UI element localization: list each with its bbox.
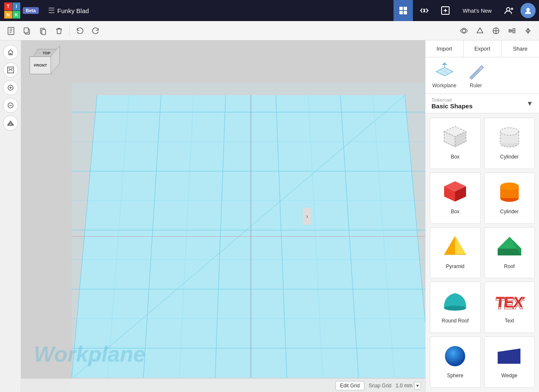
copy-button[interactable]	[19, 23, 35, 38]
workplane-tool-label: Workplane	[432, 83, 456, 89]
svg-marker-20	[528, 29, 530, 33]
svg-point-6	[526, 8, 530, 11]
svg-marker-102	[444, 236, 455, 255]
wireframe-button[interactable]	[472, 23, 488, 38]
mirror-button[interactable]	[520, 23, 536, 38]
shape-item-sphere-blue[interactable]: Sphere	[430, 336, 481, 388]
top-navigation: T I N K Beta ☰ Funky Blad What's New	[0, 0, 539, 21]
svg-rect-9	[24, 28, 28, 33]
shape-item-cylinder-orange[interactable]: Cylinder	[484, 172, 535, 224]
shape-name-text-red: Text	[505, 318, 514, 324]
toolbar	[0, 21, 539, 40]
svg-point-5	[507, 8, 510, 11]
shape-name-cylinder-orange: Cylinder	[500, 209, 519, 215]
shape-icon-roof-green	[493, 231, 526, 261]
shape-icon-roundroof-teal	[438, 285, 472, 316]
project-icon: ☰	[48, 6, 55, 15]
svg-text:TEXT: TEXT	[495, 295, 525, 312]
home-view-button[interactable]	[3, 45, 18, 60]
svg-marker-117	[498, 349, 520, 364]
redo-button[interactable]	[88, 23, 103, 38]
shape-item-roof-green[interactable]: Roof	[484, 227, 535, 279]
zoom-out-button[interactable]	[3, 98, 18, 113]
canvas-area[interactable]: TOP FRONT	[21, 40, 425, 392]
workplane-tool[interactable]: Workplane	[432, 62, 456, 89]
right-panel: Import Export Share	[425, 40, 539, 392]
shape-name-wedge-darkblue: Wedge	[501, 373, 517, 379]
svg-rect-2	[399, 11, 403, 14]
svg-marker-13	[477, 28, 483, 33]
svg-rect-3	[404, 11, 407, 14]
user-avatar-button[interactable]	[520, 3, 536, 18]
shape-item-wedge-darkblue[interactable]: Wedge	[484, 336, 535, 388]
shape-name-roof-green: Roof	[504, 263, 515, 269]
view-cube-front[interactable]: FRONT	[30, 56, 51, 74]
shape-icon-sphere-blue	[438, 340, 472, 371]
svg-rect-0	[399, 7, 403, 10]
right-top-buttons: Import Export Share	[426, 40, 539, 57]
align-objects-button[interactable]	[504, 23, 520, 38]
svg-rect-1	[404, 7, 407, 10]
shape-icon-cylinder-wire	[493, 121, 526, 152]
shape-icon-cylinder-orange	[493, 176, 526, 207]
fit-view-button[interactable]	[3, 62, 18, 78]
nav-code-button[interactable]	[415, 0, 434, 21]
shape-icon-text-red: TEXT TEXT	[493, 285, 526, 316]
user-add-button[interactable]	[499, 0, 519, 21]
shape-icon-wedge-darkblue	[493, 340, 526, 371]
shape-name-box-red: Box	[451, 209, 460, 215]
right-panel-collapse-handle[interactable]: ›	[303, 208, 311, 225]
svg-marker-103	[455, 236, 466, 255]
category-dropdown-arrow[interactable]: ▼	[526, 100, 533, 107]
whats-new-button[interactable]: What's New	[457, 0, 498, 21]
import-button[interactable]: Import	[426, 40, 464, 57]
perspective-button[interactable]	[3, 115, 18, 131]
shape-name-sphere-blue: Sphere	[447, 373, 464, 379]
shape-item-text-red[interactable]: TEXT TEXT Text	[484, 282, 535, 333]
logo-cell-n: N	[4, 11, 12, 19]
edit-grid-button[interactable]: Edit Grid	[335, 381, 364, 390]
category-selector[interactable]: Tinkercad Basic Shapes ▼	[426, 94, 539, 113]
nav-3d-editor-button[interactable]	[393, 0, 413, 21]
ruler-tool-label: Ruler	[470, 83, 482, 89]
shape-item-box-wire[interactable]: Box	[430, 118, 481, 169]
workplane-icon	[434, 62, 455, 81]
export-button[interactable]: Export	[464, 40, 501, 57]
snap-grid-value: 1.0 mm ▾	[396, 382, 421, 389]
shape-name-cylinder-wire: Cylinder	[500, 154, 519, 160]
hide-button[interactable]	[456, 23, 472, 38]
ruler-tool[interactable]: Ruler	[465, 62, 487, 89]
share-button[interactable]: Share	[501, 40, 539, 57]
new-button[interactable]	[3, 23, 19, 38]
svg-point-112	[445, 346, 465, 366]
beta-badge: Beta	[23, 7, 39, 14]
svg-point-109	[444, 306, 466, 311]
shape-icon-box-wire	[438, 121, 472, 152]
view-cube[interactable]: TOP FRONT	[30, 49, 63, 83]
snap-grid-dropdown[interactable]: ▾	[414, 382, 421, 389]
shape-item-box-red[interactable]: Box	[430, 172, 481, 224]
shape-item-cylinder-wire[interactable]: Cylinder	[484, 118, 535, 169]
shape-icon-pyramid-yellow	[438, 231, 472, 261]
logo-cell-t: T	[4, 3, 12, 11]
project-name[interactable]: Funky Blad	[57, 7, 89, 14]
svg-rect-11	[42, 30, 46, 35]
delete-button[interactable]	[51, 23, 67, 38]
shape-item-roundroof-teal[interactable]: Round Roof	[430, 282, 481, 333]
bottom-bar: Edit Grid Snap Grid 1.0 mm ▾	[21, 379, 425, 392]
view-cube-display: TOP FRONT	[30, 49, 63, 83]
grid-svg	[72, 83, 425, 392]
align-button[interactable]	[488, 23, 504, 38]
zoom-in-button[interactable]	[3, 80, 18, 95]
duplicate-button[interactable]	[35, 23, 51, 38]
nav-simulate-button[interactable]	[436, 0, 455, 21]
category-name: Basic Shapes	[431, 102, 524, 110]
nav-icons: What's New	[393, 0, 539, 21]
shape-name-roundroof-teal: Round Roof	[442, 318, 469, 324]
tinkercad-logo[interactable]: T I N K	[4, 3, 20, 19]
shape-item-pyramid-yellow[interactable]: Pyramid	[430, 227, 481, 279]
shape-icon-box-red	[438, 176, 472, 207]
undo-button[interactable]	[72, 23, 87, 38]
ruler-icon	[465, 62, 487, 81]
workplane-ruler-section: Workplane Ruler	[426, 57, 539, 94]
